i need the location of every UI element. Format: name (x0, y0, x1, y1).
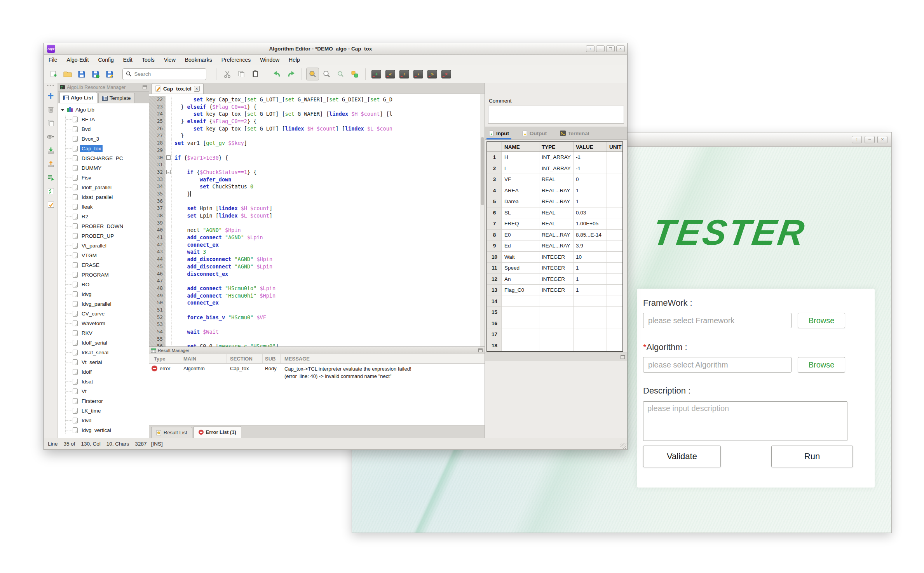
framework-browse-button[interactable]: Browse (798, 313, 845, 328)
tab-template[interactable]: Template (98, 93, 135, 103)
tree-item-PROGRAM[interactable]: PROGRAM (58, 270, 149, 280)
editor-scrollbar[interactable] (480, 94, 485, 347)
check-button[interactable] (46, 200, 56, 209)
tab-error-list[interactable]: Error List (1) (194, 426, 241, 438)
code-line-24[interactable]: 24 set key Cap_tox_[set G_LOT]_[set G_WA… (149, 110, 480, 118)
code-line-37[interactable]: 37 set Hpin [lindex $H $count] (149, 205, 480, 212)
menu-config[interactable]: Config (98, 57, 113, 63)
tree-item-Idsat_parallel[interactable]: Idsat_parallel (58, 192, 149, 202)
code-line-22[interactable]: 22 set key Cap_tox_[set G_LOT]_[set G_WA… (149, 96, 480, 103)
code-line-43[interactable]: 43 wait 3 (149, 248, 480, 256)
code-editor[interactable]: 22 set key Cap_tox_[set G_LOT]_[set G_WA… (149, 94, 485, 347)
expander-icon[interactable] (61, 109, 65, 111)
code-line-53[interactable]: 53 (149, 321, 480, 328)
code-line-40[interactable]: 40 nect "AGND" $Hpin (149, 226, 480, 234)
code-line-49[interactable]: 49 add_connect "HScmu0hi" $Hpin (149, 292, 480, 300)
result-row-0[interactable]: errorAlgorithmCap_toxBodyCap_tox->TCL in… (149, 364, 485, 382)
tab-output[interactable]: Output (522, 127, 547, 139)
tree-item-Bvox_3[interactable]: Bvox_3 (58, 134, 149, 144)
tree-item-BETA[interactable]: BETA (58, 115, 149, 124)
bookmark-last-icon[interactable]: » (426, 68, 439, 80)
input-row-18[interactable]: 18 (487, 340, 622, 352)
cut-button[interactable] (221, 68, 234, 80)
input-row-3[interactable]: 3VFREAL0 (487, 174, 622, 185)
menu-tools[interactable]: Tools (142, 57, 155, 63)
input-row-15[interactable]: 15 (487, 307, 622, 318)
find-next-button[interactable] (320, 68, 333, 80)
tree-item-Waveform[interactable]: Waveform (58, 319, 149, 328)
code-line-23[interactable]: 23 } elseif {$Flag_C0==1} { (149, 103, 480, 111)
export-button[interactable] (46, 159, 56, 169)
tree-item-PROBER_UP[interactable]: PROBER_UP (58, 231, 149, 241)
fold-collapse-icon[interactable]: − (166, 155, 171, 160)
tree-item-VTGM[interactable]: VTGM (58, 251, 149, 260)
algorithm-browse-button[interactable]: Browse (798, 357, 845, 373)
copy-button[interactable] (235, 68, 248, 80)
code-line-34[interactable]: 34 set ChuckStatus 0 (149, 183, 480, 190)
close-button[interactable]: × (616, 45, 625, 52)
minimize-button[interactable]: – (596, 45, 605, 52)
close-tab-icon[interactable]: × (194, 86, 200, 92)
find-selection-button[interactable] (334, 68, 347, 80)
tree-item-DUMMY[interactable]: DUMMY (58, 163, 149, 173)
tree-item-ERASE[interactable]: ERASE (58, 260, 149, 270)
tree-item-Idvg_parallel[interactable]: Idvg_parallel (58, 299, 149, 309)
menu-preferences[interactable]: Preferences (221, 57, 251, 63)
tree-item-Idsat_serial[interactable]: Idsat_serial (58, 348, 149, 357)
tree-item-RKV[interactable]: RKV (58, 328, 149, 338)
input-row-14[interactable]: 14 (487, 296, 622, 307)
description-textarea[interactable] (643, 401, 847, 441)
code-line-30[interactable]: 30−if {$var1>1e30} { (149, 154, 480, 162)
rollup-button[interactable]: ↑ (586, 45, 594, 52)
code-line-32[interactable]: 32− if {$ChuckStatus==1} { (149, 169, 480, 176)
tab-terminal[interactable]: Terminal (560, 127, 589, 139)
code-line-45[interactable]: 45 add_disconnect "AGND" $Lpin (149, 263, 480, 270)
tree-item-PROBER_DOWN[interactable]: PROBER_DOWN (58, 221, 149, 231)
bookmark-clear-icon[interactable]: × (440, 68, 453, 80)
tree-item-DISCHARGE_PC[interactable]: DISCHARGE_PC (58, 153, 149, 163)
code-line-46[interactable]: 46 disconnect_ex (149, 270, 480, 278)
tree-item-Firsterror[interactable]: Firsterror (58, 396, 149, 406)
code-line-56[interactable]: 56 set C0_0 [measure_c "HScmu0"] (149, 343, 480, 347)
menu-help[interactable]: Help (289, 57, 300, 63)
tree-item-Idoff[interactable]: Idoff (58, 367, 149, 377)
copy-algorithm-button[interactable] (46, 118, 56, 128)
float-panel-button[interactable] (143, 85, 147, 89)
code-line-39[interactable]: 39 (149, 219, 480, 227)
titlebar[interactable]: Algo Algorithm Editor - *DEMO_algo - Cap… (44, 43, 627, 55)
tree-root-algo-lib[interactable]: Algo Lib (58, 105, 149, 115)
float-panel-button[interactable] (478, 348, 483, 352)
menu-file[interactable]: File (49, 57, 58, 63)
bookmark-first-icon[interactable]: « (384, 68, 397, 80)
input-row-12[interactable]: 12AnINTEGER1 (487, 274, 622, 285)
code-line-27[interactable]: 27 } (149, 132, 480, 139)
tree-item-Cap_tox[interactable]: Cap_tox (58, 144, 149, 153)
tree-item-LK_time[interactable]: LK_time (58, 406, 149, 416)
tree-item-Ileak[interactable]: Ileak (58, 202, 149, 212)
code-line-44[interactable]: 44 add_disconnect "AGND" $Hpin (149, 256, 480, 263)
import-button[interactable] (46, 146, 56, 155)
code-line-54[interactable]: 54 wait $Wait (149, 328, 480, 336)
scrollbar-thumb[interactable] (481, 137, 484, 206)
code-line-36[interactable]: 36 (149, 198, 480, 205)
undo-button[interactable] (270, 68, 283, 80)
code-line-38[interactable]: 38 set Lpin [lindex $L $count] (149, 212, 480, 219)
input-row-1[interactable]: 1HINT_ARRAY-1 (487, 152, 622, 163)
code-line-48[interactable]: 48 add_connect "HScmu0lo" $Lpin (149, 285, 480, 292)
float-panel-button[interactable] (621, 355, 625, 359)
input-row-5[interactable]: 5DareaREAL...RAY1 (487, 196, 622, 207)
tree-item-Idoff_parallel[interactable]: Idoff_parallel (58, 183, 149, 192)
input-row-6[interactable]: 6SLREAL0.03 (487, 207, 622, 219)
tab-algo-list[interactable]: Algo List (59, 92, 97, 103)
code-line-35[interactable]: 35 } (149, 190, 480, 198)
add-algorithm-button[interactable]: + (46, 91, 56, 101)
input-row-16[interactable]: 16 (487, 318, 622, 329)
code-line-47[interactable]: 47 (149, 277, 480, 285)
code-line-33[interactable]: 33 wafer_down (149, 176, 480, 183)
fold-collapse-icon[interactable]: − (166, 170, 171, 174)
tree-item-RO[interactable]: RO (58, 280, 149, 289)
run-list-button[interactable] (46, 173, 56, 182)
tree-item-Idsat[interactable]: Idsat (58, 377, 149, 387)
tree-item-Idvg[interactable]: Idvg (58, 289, 149, 299)
code-line-55[interactable]: 55 (149, 336, 480, 343)
